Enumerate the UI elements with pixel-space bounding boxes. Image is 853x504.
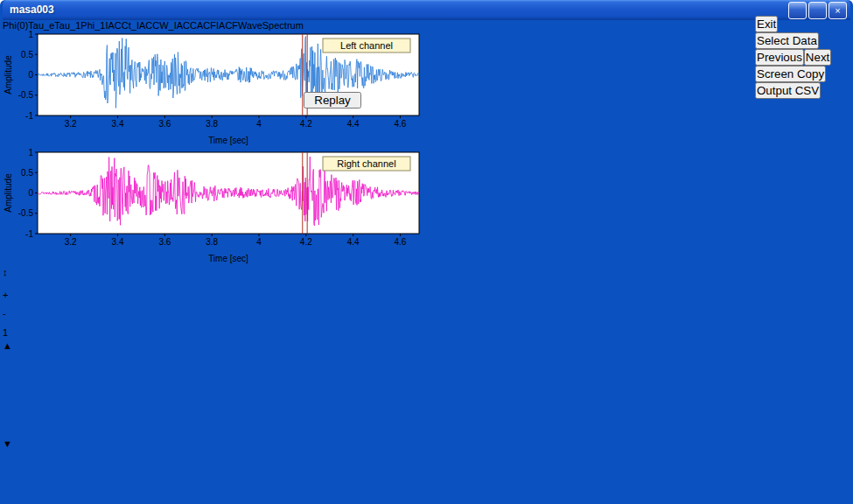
exit-button[interactable]: Exit — [755, 16, 778, 32]
close-icon: × — [835, 5, 840, 16]
page-indicator: 1 — [3, 326, 17, 340]
tab-strip: Phi(0)Tau_eTau_1Phi_1IACCt_IACCW_IACCACF… — [3, 20, 850, 31]
x-tick-label: 4.6 — [395, 237, 407, 247]
y-tick-label: 0.5 — [21, 50, 33, 60]
x-tick-label: 4.2 — [300, 119, 312, 129]
x-tick-label: 4.6 — [395, 119, 407, 129]
y-tick-label: 1 — [28, 31, 33, 39]
y-tick-label: 0.5 — [21, 168, 33, 178]
tab-w-iacc[interactable]: W_IACC — [159, 20, 197, 31]
select-data-button[interactable]: Select Data — [755, 32, 819, 49]
y-tick-label: -1 — [25, 229, 33, 239]
x-tick-label: 4.4 — [347, 237, 360, 247]
y-tick-label: -0.5 — [18, 208, 34, 218]
right-channel-chart[interactable]: 10.50-0.5-13.23.43.63.844.24.44.6Amplitu… — [3, 149, 425, 265]
tab-t-iacc[interactable]: t_IACC — [129, 20, 159, 31]
scroll-up-icon: ▲ — [3, 340, 12, 351]
chart-vertical-scrollbar[interactable]: ▲ ▼ — [3, 340, 850, 500]
fit-horizontal-icon: ↔ — [3, 500, 12, 504]
fit-horizontal-button[interactable]: ↔ — [3, 500, 23, 504]
output-csv-button[interactable]: Output CSV — [755, 82, 821, 99]
x-axis-label: Time [sec] — [208, 136, 248, 145]
scroll-down-icon: ▼ — [3, 438, 12, 449]
x-tick-label: 4.4 — [347, 119, 360, 129]
replay-button[interactable]: Replay — [304, 92, 361, 108]
zoom-out-vertical-button[interactable]: - — [3, 308, 17, 326]
next-button[interactable]: Next — [804, 49, 831, 66]
client-area: Phi(0)Tau_eTau_1Phi_1IACCt_IACCW_IACCACF… — [3, 20, 850, 504]
scroll-down-button[interactable]: ▼ — [3, 438, 850, 449]
legend-label: Right channel — [337, 158, 395, 169]
title-bar[interactable]: masa003 × — [3, 0, 850, 20]
y-tick-label: 0 — [28, 188, 33, 198]
y-tick-label: -0.5 — [18, 90, 34, 100]
x-tick-label: 3.4 — [112, 237, 124, 247]
x-axis-label: Time [sec] — [208, 254, 248, 263]
x-tick-label: 3.6 — [158, 119, 171, 129]
zoom-in-vertical-button[interactable]: + — [3, 290, 17, 308]
scroll-up-button[interactable]: ▲ — [3, 340, 850, 351]
tab-acf[interactable]: ACF — [197, 20, 216, 31]
x-tick-label: 4.2 — [300, 237, 312, 247]
zoom-out-icon: - — [3, 308, 6, 318]
tab-spectrum[interactable]: Spectrum — [262, 20, 304, 31]
tab-phi-1[interactable]: Phi_1 — [80, 20, 105, 31]
y-axis-label: Amplitude — [3, 173, 13, 213]
app-window: masa003 × Phi(0)Tau_eTau_1Phi_1IACCt_IAC… — [0, 0, 853, 504]
x-tick-label: 3.4 — [112, 119, 124, 129]
action-buttons: ExitSelect DataPreviousNextScreen CopyOu… — [755, 16, 842, 99]
x-tick-label: 3.8 — [206, 237, 218, 247]
screen-copy-button[interactable]: Screen Copy — [755, 66, 826, 82]
x-tick-label: 3.8 — [206, 119, 218, 129]
y-axis-label: Amplitude — [3, 55, 13, 94]
vertical-scrollbar-thumb[interactable] — [3, 351, 850, 438]
x-tick-label: 3.2 — [65, 119, 77, 129]
left-channel-chart-panel: 10.50-0.5-13.23.43.63.844.24.44.6Amplitu… — [3, 31, 427, 149]
y-tick-label: 0 — [28, 70, 33, 80]
zoom-in-icon: + — [3, 290, 8, 300]
window-title: masa003 — [10, 4, 54, 16]
tab-tau-e[interactable]: Tau_e — [28, 20, 54, 31]
tab-wave[interactable]: Wave — [238, 20, 262, 31]
previous-button[interactable]: Previous — [755, 49, 804, 66]
tab-iacf[interactable]: IACF — [216, 20, 238, 31]
tab-tau-1[interactable]: Tau_1 — [54, 20, 80, 31]
fit-vertical-icon: ↕ — [3, 267, 8, 277]
x-tick-label: 3.6 — [158, 237, 171, 247]
tab-iacc[interactable]: IACC — [105, 20, 128, 31]
x-tick-label: 3.2 — [65, 237, 77, 247]
x-tick-label: 4 — [256, 237, 262, 247]
vertical-scrollbar-track[interactable] — [3, 351, 850, 438]
tab-phi-0-[interactable]: Phi(0) — [3, 20, 28, 31]
fit-vertical-button[interactable]: ↕ — [3, 267, 17, 290]
left-channel-chart[interactable]: 10.50-0.5-13.23.43.63.844.24.44.6Amplitu… — [3, 31, 425, 147]
legend-label: Left channel — [340, 40, 393, 51]
x-tick-label: 4 — [256, 119, 262, 129]
y-tick-label: 1 — [28, 149, 33, 158]
y-tick-label: -1 — [25, 111, 33, 121]
right-channel-chart-panel: 10.50-0.5-13.23.43.63.844.24.44.6Amplitu… — [3, 149, 427, 267]
